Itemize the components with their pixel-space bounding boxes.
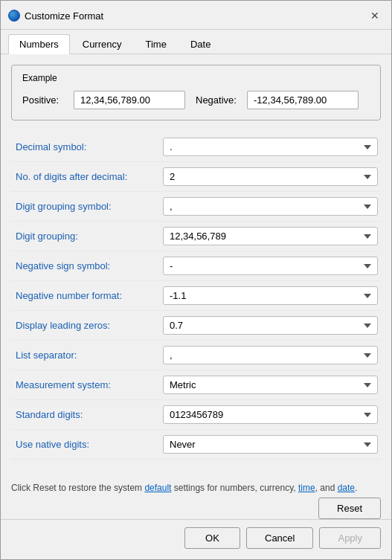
control-standard-digits: 0123456789	[163, 405, 378, 424]
negative-sign-symbol-select[interactable]: -()+	[163, 257, 378, 275]
label-digit-grouping-symbol: Digit grouping symbol:	[14, 201, 163, 212]
title-bar-left: Customize Format	[8, 10, 103, 22]
label-negative-sign-symbol: Negative sign symbol:	[14, 260, 163, 271]
form-row-digit-grouping-symbol: Digit grouping symbol:,. '	[11, 192, 381, 222]
label-digit-grouping: Digit grouping:	[14, 231, 163, 242]
label-list-separator: List separator:	[14, 350, 163, 361]
display-leading-zeros-select[interactable]: 0.7.7	[163, 316, 378, 335]
tab-numbers[interactable]: Numbers	[8, 34, 70, 54]
form-row-display-leading-zeros: Display leading zeros:0.7.7	[11, 311, 381, 341]
control-negative-number-format: -1.1(1.1)1.1-1.1((1.1)	[163, 286, 378, 305]
time-link: time	[298, 483, 315, 493]
tab-content: Example Positive: 12,34,56,789.00 Negati…	[1, 54, 391, 474]
label-negative-number-format: Negative number format:	[14, 290, 163, 301]
measurement-system-select[interactable]: MetricU.S.U.K.	[163, 376, 378, 394]
list-separator-select[interactable]: ,;	[163, 346, 378, 364]
app-icon	[8, 10, 20, 22]
digits-after-decimal-select[interactable]: 0123456789	[163, 167, 378, 186]
tab-time[interactable]: Time	[135, 34, 178, 54]
negative-number-format-select[interactable]: -1.1(1.1)1.1-1.1((1.1)	[163, 286, 378, 305]
label-decimal-symbol: Decimal symbol:	[14, 141, 163, 152]
form-row-digit-grouping: Digit grouping:12,34,56,789123,456,789No…	[11, 222, 381, 251]
label-measurement-system: Measurement system:	[14, 379, 163, 390]
apply-button[interactable]: Apply	[319, 527, 381, 549]
default-link: default	[144, 483, 171, 493]
control-measurement-system: MetricU.S.U.K.	[163, 376, 378, 394]
ok-button[interactable]: OK	[184, 527, 240, 549]
form-fields: Decimal symbol:.,No. of digits after dec…	[11, 132, 381, 460]
example-legend: Example	[22, 73, 370, 83]
form-row-decimal-symbol: Decimal symbol:.,	[11, 132, 381, 162]
tab-currency[interactable]: Currency	[71, 34, 133, 54]
control-list-separator: ,;	[163, 346, 378, 364]
reset-button[interactable]: Reset	[318, 498, 381, 519]
example-box: Example Positive: 12,34,56,789.00 Negati…	[11, 65, 381, 120]
digit-grouping-select[interactable]: 12,34,56,789123,456,789None	[163, 227, 378, 245]
date-link: date	[338, 483, 355, 493]
negative-label: Negative:	[196, 94, 237, 106]
positive-label: Positive:	[22, 94, 63, 106]
control-negative-sign-symbol: -()+	[163, 257, 378, 275]
reset-area: Reset	[1, 498, 391, 519]
title-bar: Customize Format ✕	[1, 1, 391, 30]
use-native-digits-select[interactable]: NeverAlwaysNational scripts only	[163, 435, 378, 454]
control-digit-grouping-symbol: ,. '	[163, 197, 378, 216]
control-use-native-digits: NeverAlwaysNational scripts only	[163, 435, 378, 454]
control-digit-grouping: 12,34,56,789123,456,789None	[163, 227, 378, 245]
decimal-symbol-select[interactable]: .,	[163, 138, 378, 156]
footer-info: Click Reset to restore the system defaul…	[1, 474, 391, 499]
label-use-native-digits: Use native digits:	[14, 439, 163, 450]
form-row-standard-digits: Standard digits:0123456789	[11, 400, 381, 430]
window-title: Customize Format	[25, 10, 103, 22]
label-display-leading-zeros: Display leading zeros:	[14, 320, 163, 331]
tabs-bar: Numbers Currency Time Date	[1, 30, 391, 54]
digit-grouping-symbol-select[interactable]: ,. '	[163, 197, 378, 216]
form-row-negative-number-format: Negative number format:-1.1(1.1)1.1-1.1(…	[11, 281, 381, 311]
form-row-list-separator: List separator:,;	[11, 341, 381, 370]
form-row-use-native-digits: Use native digits:NeverAlwaysNational sc…	[11, 430, 381, 460]
cancel-button[interactable]: Cancel	[246, 527, 313, 549]
tab-date[interactable]: Date	[179, 34, 222, 54]
standard-digits-select[interactable]: 0123456789	[163, 405, 378, 424]
form-row-negative-sign-symbol: Negative sign symbol:-()+	[11, 251, 381, 281]
control-digits-after-decimal: 0123456789	[163, 167, 378, 186]
customize-format-dialog: Customize Format ✕ Numbers Currency Time…	[0, 0, 392, 560]
example-row: Positive: 12,34,56,789.00 Negative: -12,…	[22, 91, 370, 109]
close-button[interactable]: ✕	[366, 7, 384, 25]
control-decimal-symbol: .,	[163, 138, 378, 156]
form-row-digits-after-decimal: No. of digits after decimal:0123456789	[11, 162, 381, 192]
positive-value: 12,34,56,789.00	[74, 91, 185, 109]
label-digits-after-decimal: No. of digits after decimal:	[14, 171, 163, 182]
negative-value: -12,34,56,789.00	[247, 91, 359, 109]
label-standard-digits: Standard digits:	[14, 409, 163, 420]
control-display-leading-zeros: 0.7.7	[163, 316, 378, 335]
form-row-measurement-system: Measurement system:MetricU.S.U.K.	[11, 370, 381, 400]
dialog-buttons: OK Cancel Apply	[1, 519, 391, 559]
